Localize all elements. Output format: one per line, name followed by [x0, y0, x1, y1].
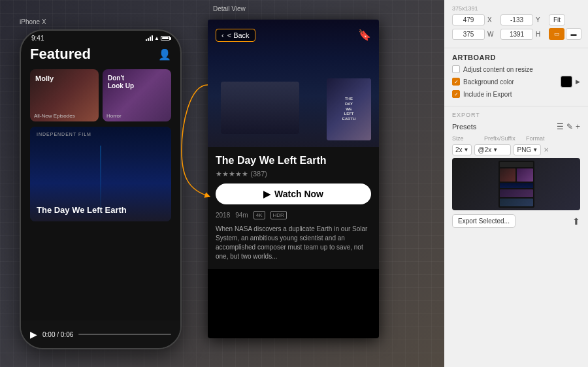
play-button[interactable]: ▶ [30, 329, 37, 340]
detail-header-image: ‹ < Back 🔖 THEDAYWELEFTEARTH [208, 20, 379, 147]
height-input[interactable] [500, 29, 533, 40]
share-icon[interactable]: ⬆ [572, 216, 580, 227]
width-input[interactable] [452, 29, 485, 40]
stars: ★★★★★ [216, 170, 248, 178]
detail-description: When NASA discovers a duplicate Earth in… [216, 225, 371, 261]
video-player-bar: ▶ 0:00 / 0:06 [21, 321, 180, 348]
coordinates-section: 375x1391 X Y Fit W H ▭ ▬ [444, 0, 588, 48]
bookmark-icon[interactable]: 🔖 [358, 29, 371, 41]
card-dont-title: Don'tLook Up [108, 74, 134, 90]
size-col-header: Size [452, 135, 482, 142]
color-swatch-arrow[interactable]: ▶ [576, 78, 580, 85]
thumb-content [498, 161, 534, 208]
export-thumbnail-preview [452, 158, 580, 210]
status-icons: ▲ [146, 35, 170, 41]
x-label: X [487, 16, 498, 24]
featured-film-title: The Day We Left Earth [37, 205, 127, 215]
artboard-section: Artboard Adjust content on resize Backgr… [444, 48, 588, 106]
prefix-select[interactable]: @2x ▼ [474, 144, 511, 155]
watch-now-button[interactable]: ▶ Watch Now [216, 184, 371, 204]
thumb-card-1 [500, 168, 516, 182]
right-panel: 375x1391 X Y Fit W H ▭ ▬ Artb [444, 0, 588, 367]
portrait-button[interactable]: ▭ [549, 28, 564, 40]
y-coordinate-input[interactable] [500, 14, 533, 25]
detail-view-label: Detail View [213, 5, 246, 12]
detail-metadata: 2018 94m 4K HDR [216, 211, 371, 219]
export-section: EXPORT Presets ☰ ✎ + Size Prefix/Suffix … [444, 106, 588, 233]
remove-export-row[interactable]: ✕ [544, 146, 549, 153]
signal-bar-4 [152, 35, 153, 41]
iphone-header: Featured 👤 [30, 46, 171, 63]
export-selected-button[interactable]: Export Selected... [452, 214, 515, 228]
wh-row: W H ▭ ▬ [452, 28, 580, 40]
card-dont-genre: Horror [106, 113, 122, 119]
thumb-bar-1 [500, 162, 533, 167]
progress-bar[interactable] [78, 334, 171, 335]
iphone-time: 9:41 [31, 35, 44, 42]
h-label: H [536, 31, 546, 38]
featured-film-type: INDEPENDENT FILM [37, 132, 91, 136]
include-export-checkbox[interactable] [452, 90, 460, 98]
format-chevron: ▼ [532, 147, 538, 153]
dimensions-display: 375x1391 [452, 5, 478, 12]
poster-text-container: THEDAYWELEFTEARTH [327, 78, 371, 140]
adjust-content-checkbox[interactable] [452, 65, 460, 73]
include-export-label: Include in Export [463, 91, 512, 98]
orientation-buttons: ▭ ▬ [549, 28, 581, 40]
format-select[interactable]: PNG ▼ [514, 144, 541, 155]
add-icon[interactable]: + [576, 122, 580, 131]
adjust-content-label: Adjust content on resize [463, 66, 533, 73]
background-color-checkbox[interactable] [452, 78, 460, 86]
rating-count: (387) [250, 170, 267, 178]
signal-bar-2 [148, 38, 149, 41]
export-section-title: EXPORT [452, 112, 580, 118]
thumb-featured [500, 183, 533, 188]
x-coordinate-input[interactable] [452, 14, 485, 25]
card-molly-title: Molly [35, 74, 54, 83]
landscape-button[interactable]: ▬ [566, 28, 581, 40]
preset-controls: ☰ ✎ + [557, 122, 580, 131]
detail-back-button[interactable]: ‹ < Back [216, 29, 255, 42]
thumb-inner [498, 161, 534, 208]
iphone-mockup: 9:41 ▲ Featured [20, 29, 182, 349]
edit-icon[interactable]: ✎ [566, 122, 573, 131]
presets-row: Presets ☰ ✎ + [452, 122, 580, 131]
signal-bar-1 [146, 39, 147, 41]
w-label: W [487, 31, 498, 38]
list-icon[interactable]: ☰ [557, 122, 564, 131]
iphone-status-bar: 9:41 ▲ [21, 31, 180, 43]
export-column-headers: Size Prefix/Suffix Format [452, 135, 580, 142]
iphone-artboard-label: iPhone X [20, 18, 46, 25]
prefix-chevron: ▼ [493, 147, 498, 153]
detail-view-panel: ‹ < Back 🔖 THEDAYWELEFTEARTH The Day We … [208, 20, 379, 338]
y-label: Y [536, 16, 546, 24]
fit-button[interactable]: Fit [549, 14, 565, 25]
format-value: PNG [517, 146, 531, 153]
background-color-swatch[interactable] [561, 76, 572, 88]
cards-row: Molly All-New Episodes Don'tLook Up Horr… [30, 69, 171, 121]
badge-4k: 4K [253, 211, 265, 219]
featured-film-card[interactable]: INDEPENDENT FILM The Day We Left Earth [30, 127, 171, 221]
card-dont-look-up[interactable]: Don'tLook Up Horror [103, 69, 171, 121]
size-value: 2x [455, 146, 463, 153]
canvas-area: iPhone X 9:41 ▲ [0, 0, 444, 367]
badge-hdr: HDR [270, 211, 287, 219]
video-time: 0:00 / 0:06 [42, 331, 73, 338]
card-molly[interactable]: Molly All-New Episodes [30, 69, 99, 121]
signal-bar-3 [150, 37, 151, 41]
movie-duration: 94m [235, 212, 248, 219]
prefix-col-header: Prefix/Suffix [484, 135, 523, 142]
play-icon: ▶ [263, 189, 270, 199]
thumb-cards [500, 168, 533, 182]
back-label: < Back [227, 31, 250, 39]
xy-row: X Y Fit [452, 14, 580, 25]
thumb-card-2 [517, 168, 533, 182]
profile-icon[interactable]: 👤 [158, 48, 171, 61]
battery-fill [162, 37, 169, 39]
size-select[interactable]: 2x ▼ [452, 144, 472, 155]
detail-rating: ★★★★★ (387) [216, 169, 371, 178]
movie-poster: THEDAYWELEFTEARTH [327, 78, 371, 140]
thumb-card-4 [500, 199, 533, 206]
format-col-header: Format [526, 135, 552, 142]
wifi-icon: ▲ [154, 35, 159, 41]
